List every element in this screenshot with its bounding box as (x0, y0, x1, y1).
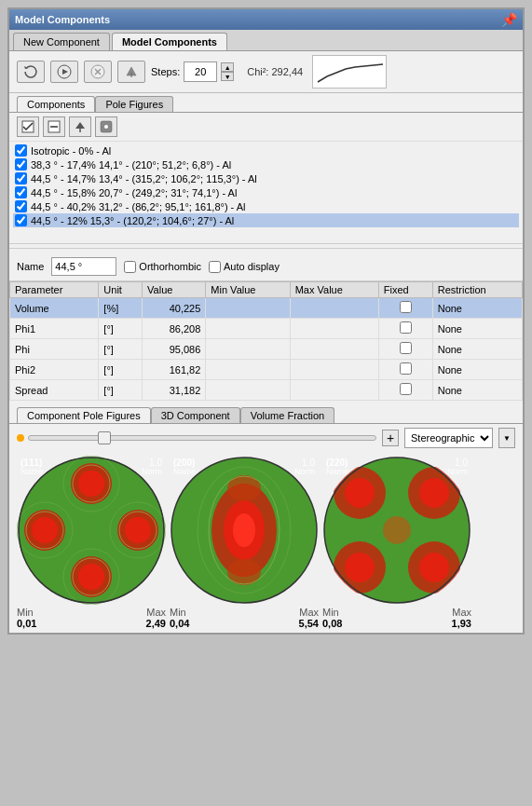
comp-label-4: 44,5 ° - 40,2% 31,2° - (86,2°; 95,1°; 16… (31, 201, 246, 212)
comp-checkbox-4[interactable] (15, 200, 27, 212)
name-input[interactable] (51, 257, 116, 276)
param-fixed-2[interactable] (378, 339, 432, 360)
auto-display-checkbox[interactable] (209, 261, 221, 273)
comp-item-3[interactable]: 44,5 ° - 15,8% 20,7° - (249,2°; 31°; 74,… (13, 185, 519, 199)
fixed-checkbox-4[interactable] (400, 383, 412, 395)
param-fixed-4[interactable] (378, 380, 432, 401)
param-row-3[interactable]: Phi2[°]161,82None (10, 360, 523, 380)
param-fixed-0[interactable] (378, 298, 432, 319)
param-row-4[interactable]: Spread[°]31,182None (10, 380, 523, 401)
steps-down[interactable]: ▼ (221, 72, 234, 81)
param-table: Parameter Unit Value Min Value Max Value… (9, 281, 523, 401)
svg-point-51 (383, 516, 411, 544)
tab-volume-fraction[interactable]: Volume Fraction (240, 407, 334, 423)
auto-display-label[interactable]: Auto display (209, 261, 280, 273)
param-name-3: Phi2 (10, 360, 99, 380)
move-up-button[interactable] (69, 116, 91, 137)
refresh-icon (23, 64, 38, 79)
param-max-1 (290, 319, 378, 339)
check-all-button[interactable] (17, 116, 39, 137)
orthorhombic-checkbox[interactable] (124, 261, 136, 273)
pf-norm-word-1: Norm (294, 467, 315, 476)
comp-label-0: Isotropic - 0% - Al (31, 145, 111, 157)
svg-point-20 (32, 517, 58, 543)
comp-checkbox-5[interactable] (15, 214, 27, 226)
pf-norm-0: 1,0 (149, 458, 162, 468)
param-max-3 (290, 360, 378, 380)
fixed-checkbox-0[interactable] (400, 301, 412, 313)
slider-container (17, 434, 376, 442)
components-list: Isotropic - 0% - Al38,3 ° - 17,4% 14,1° … (9, 142, 523, 244)
param-row-1[interactable]: Phi1[°]86,208None (10, 319, 523, 339)
param-name-2: Phi (10, 339, 99, 360)
tab-model-components[interactable]: Model Components (112, 33, 227, 50)
projection-select[interactable]: Stereographic Equal Area (404, 428, 493, 448)
tab-pole-figures[interactable]: Pole Figures (95, 96, 173, 112)
col-restriction: Restriction (432, 282, 522, 298)
comp-checkbox-0[interactable] (15, 144, 27, 157)
fixed-checkbox-2[interactable] (400, 342, 412, 354)
param-row-2[interactable]: Phi[°]95,086None (10, 339, 523, 360)
comp-checkbox-1[interactable] (15, 158, 27, 171)
tab-new-component[interactable]: New Component (13, 33, 110, 50)
comp-toolbar (9, 113, 523, 142)
param-name-0: Volume (10, 298, 99, 319)
comp-checkbox-3[interactable] (15, 186, 27, 198)
param-restriction-2: None (432, 339, 522, 360)
pin-icon[interactable]: 📌 (501, 12, 517, 27)
export-button[interactable] (117, 61, 145, 83)
steps-up[interactable]: ▲ (221, 62, 234, 72)
orthorhombic-label[interactable]: Orthorhombic (124, 261, 201, 273)
param-value-2: 95,086 (143, 339, 206, 360)
param-unit-2: [°] (99, 339, 143, 360)
slider-thumb[interactable] (98, 431, 111, 444)
projection-dropdown-arrow[interactable]: ▼ (498, 428, 515, 448)
top-tabs: New Component Model Components (9, 30, 523, 51)
section-tabs: Components Pole Figures (9, 93, 523, 113)
param-fixed-1[interactable] (378, 319, 432, 339)
stop-button[interactable] (84, 61, 112, 83)
play-icon (57, 64, 72, 79)
settings-button[interactable] (95, 116, 117, 137)
stop-icon (90, 64, 105, 79)
refresh-button[interactable] (17, 61, 45, 83)
col-fixed: Fixed (378, 282, 432, 298)
steps-input[interactable] (184, 61, 217, 82)
param-name-4: Spread (10, 380, 99, 401)
steps-label: Steps: (151, 66, 180, 77)
comp-item-0[interactable]: Isotropic - 0% - Al (13, 143, 519, 157)
param-min-0 (206, 298, 290, 319)
steps-spinner: ▲ ▼ (221, 62, 234, 81)
param-fixed-3[interactable] (378, 360, 432, 380)
pf-max-2: Max1,93 (452, 607, 471, 629)
pf-max-0: Max2,49 (146, 607, 166, 629)
uncheck-all-button[interactable] (43, 116, 65, 137)
comp-checkbox-2[interactable] (15, 172, 27, 184)
play-button[interactable] (50, 61, 78, 83)
svg-point-36 (233, 513, 255, 547)
comp-item-5[interactable]: 44,5 ° - 12% 15,3° - (120,2°; 104,6°; 27… (13, 213, 519, 227)
name-row: Name Orthorhombic Auto display (9, 253, 523, 281)
tab-3d-component[interactable]: 3D Component (151, 407, 240, 423)
col-value: Value (143, 282, 206, 298)
param-max-2 (290, 339, 378, 360)
param-row-0[interactable]: Volume[%]40,225None (10, 298, 523, 319)
comp-item-1[interactable]: 38,3 ° - 17,4% 14,1° - (210°; 51,2°; 6,8… (13, 157, 519, 171)
comp-item-4[interactable]: 44,5 ° - 40,2% 31,2° - (86,2°; 95,1°; 16… (13, 199, 519, 213)
fixed-checkbox-1[interactable] (400, 321, 412, 334)
comp-label-1: 38,3 ° - 17,4% 14,1° - (210°; 51,2°; 6,8… (31, 159, 231, 171)
pf-bottom-1: Min0,04Max5,54 (170, 607, 319, 629)
param-name-1: Phi1 (10, 319, 99, 339)
tab-components[interactable]: Components (17, 96, 95, 112)
param-min-2 (206, 339, 290, 360)
slider-track[interactable] (28, 435, 376, 441)
col-unit: Unit (99, 282, 143, 298)
svg-point-13 (104, 125, 108, 129)
pf-min-1: Min0,04 (170, 607, 189, 629)
tab-component-pole-figures[interactable]: Component Pole Figures (17, 407, 151, 423)
add-pf-button[interactable]: + (382, 430, 399, 446)
fixed-checkbox-3[interactable] (400, 362, 412, 375)
pf-title-1: (200) (173, 458, 195, 468)
comp-label-3: 44,5 ° - 15,8% 20,7° - (249,2°; 31°; 74,… (31, 187, 237, 198)
comp-item-2[interactable]: 44,5 ° - 14,7% 13,4° - (315,2°; 106,2°; … (13, 171, 519, 185)
